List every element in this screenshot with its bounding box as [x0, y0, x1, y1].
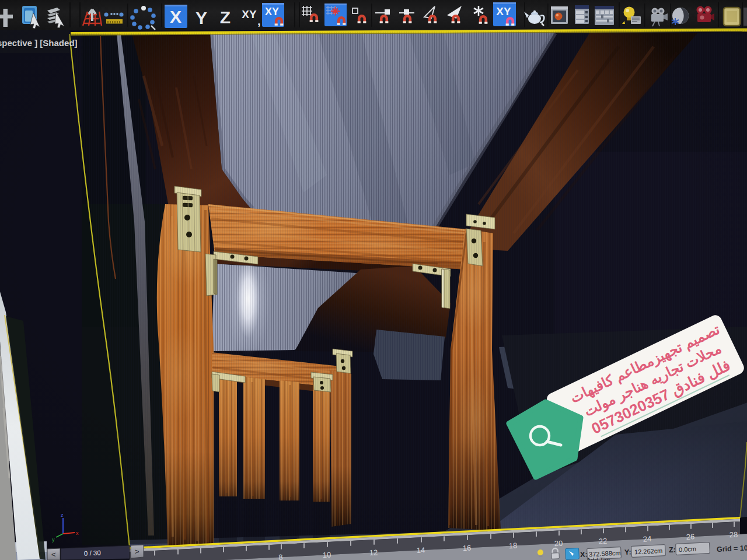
- svg-text:Add Tim: Add Tim: [587, 556, 610, 560]
- svg-text:0.0cm: 0.0cm: [679, 545, 697, 553]
- svg-text:16: 16: [462, 543, 471, 552]
- svg-text:0 / 30: 0 / 30: [84, 550, 101, 557]
- svg-text:<: <: [51, 550, 56, 559]
- svg-text:12.262cm: 12.262cm: [634, 547, 663, 555]
- svg-text:20: 20: [554, 539, 563, 548]
- svg-text:14: 14: [416, 545, 425, 555]
- svg-text:22: 22: [598, 537, 607, 546]
- svg-text:z: z: [61, 512, 64, 518]
- svg-text:Grid = 10.: Grid = 10.: [717, 544, 747, 554]
- svg-text:>: >: [135, 547, 139, 556]
- svg-text:24: 24: [643, 534, 651, 544]
- svg-text:12: 12: [369, 548, 378, 557]
- svg-text:y: y: [52, 537, 55, 542]
- svg-text:8: 8: [278, 552, 283, 560]
- svg-text:18: 18: [508, 541, 517, 550]
- svg-text:26: 26: [686, 532, 694, 541]
- svg-text:x: x: [76, 530, 79, 536]
- svg-text:28: 28: [729, 530, 738, 540]
- svg-text:Z:: Z:: [669, 545, 676, 554]
- svg-text:10: 10: [322, 550, 331, 559]
- svg-text:Y:: Y:: [624, 548, 631, 556]
